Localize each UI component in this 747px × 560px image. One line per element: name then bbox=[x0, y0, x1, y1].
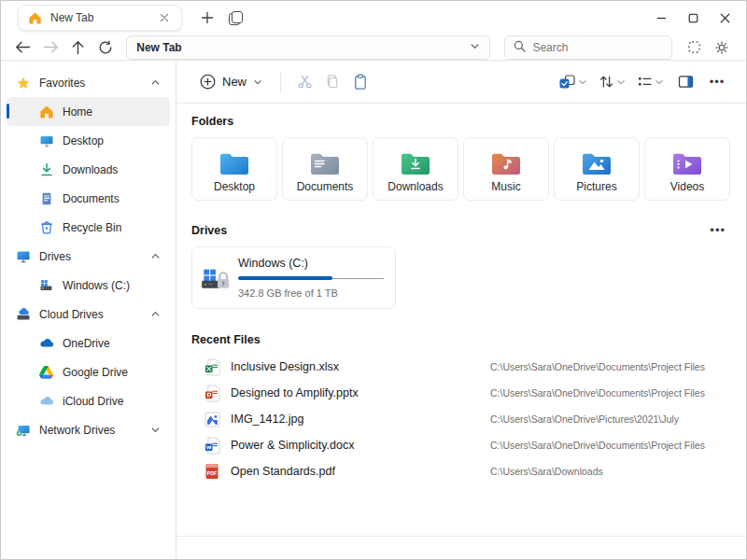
tab-overview-icon[interactable] bbox=[225, 6, 249, 30]
file-row-xlsx[interactable]: Inclusive Design.xlsx C:\Users\Sara\OneD… bbox=[191, 354, 731, 380]
document-icon bbox=[38, 190, 54, 206]
item-label: Documents bbox=[63, 192, 120, 205]
file-row-jpg[interactable]: IMG_1412.jpg C:\Users\Sara\OneDrive\Pict… bbox=[191, 406, 731, 432]
details-pane-button[interactable] bbox=[671, 68, 699, 96]
home-icon bbox=[27, 10, 43, 26]
folder-label: Desktop bbox=[214, 180, 255, 193]
tab-new-tab[interactable]: New Tab bbox=[18, 5, 182, 31]
cloud-drive-icon bbox=[15, 306, 31, 322]
tab-close-icon[interactable] bbox=[156, 9, 173, 26]
sidebar-item-google-drive[interactable]: Google Drive bbox=[7, 357, 170, 386]
videos-folder-icon bbox=[671, 150, 703, 176]
folder-card-pictures[interactable]: Pictures bbox=[554, 137, 640, 201]
ellipsis-icon: ••• bbox=[704, 75, 731, 89]
cut-button[interactable] bbox=[290, 68, 318, 96]
folder-label: Music bbox=[491, 180, 520, 193]
snip-selection-icon[interactable] bbox=[682, 35, 708, 60]
sidebar-section-drives[interactable]: Drives bbox=[7, 242, 170, 271]
panel-icon bbox=[678, 75, 694, 89]
sidebar-item-recycle-bin[interactable]: Recycle Bin bbox=[7, 213, 170, 242]
sort-button[interactable] bbox=[595, 68, 629, 96]
status-bar bbox=[176, 536, 746, 559]
desktop-folder-icon bbox=[218, 150, 250, 176]
sidebar-item-windows-c[interactable]: Windows (C:) bbox=[7, 271, 170, 300]
folder-card-videos[interactable]: Videos bbox=[644, 137, 730, 201]
forward-button[interactable] bbox=[38, 35, 64, 60]
file-row-docx[interactable]: Power & Simplicity.docx C:\Users\Sara\On… bbox=[191, 432, 731, 458]
maximize-button[interactable] bbox=[677, 4, 709, 32]
chevron-up-icon[interactable] bbox=[150, 251, 161, 261]
sidebar-section-cloud-drives[interactable]: Cloud Drives bbox=[7, 300, 170, 329]
drives-more-button[interactable]: ••• bbox=[704, 223, 731, 237]
section-label: Cloud Drives bbox=[39, 308, 104, 321]
copy-button[interactable] bbox=[318, 68, 346, 96]
sidebar-item-documents[interactable]: Documents bbox=[7, 184, 170, 213]
more-options-button[interactable]: ••• bbox=[703, 68, 731, 96]
chevron-down-icon bbox=[578, 77, 587, 87]
section-label: Network Drives bbox=[39, 424, 115, 437]
address-dropdown-icon[interactable] bbox=[470, 41, 480, 54]
file-name: IMG_1412.jpg bbox=[231, 413, 490, 426]
multiselect-button[interactable] bbox=[555, 68, 591, 96]
search-input[interactable]: Search bbox=[504, 35, 671, 60]
new-tab-button[interactable] bbox=[195, 6, 219, 30]
toolbar-separator bbox=[280, 72, 281, 92]
item-label: Downloads bbox=[63, 163, 118, 176]
folder-label: Videos bbox=[670, 180, 704, 193]
folder-label: Documents bbox=[297, 180, 354, 193]
monitor-icon bbox=[15, 248, 31, 264]
item-label: iCloud Drive bbox=[63, 395, 123, 408]
sidebar-section-favorites[interactable]: Favorites bbox=[7, 68, 170, 97]
folder-card-desktop[interactable]: Desktop bbox=[191, 137, 277, 201]
back-button[interactable] bbox=[10, 35, 36, 60]
view-button[interactable] bbox=[633, 68, 668, 96]
paste-button[interactable] bbox=[346, 68, 374, 96]
drives-title: Drives bbox=[191, 224, 227, 237]
sidebar-item-onedrive[interactable]: OneDrive bbox=[7, 329, 170, 357]
sidebar-item-home[interactable]: Home bbox=[7, 97, 170, 126]
sidebar-section-network-drives[interactable]: Network Drives bbox=[7, 415, 170, 444]
folder-card-music[interactable]: Music bbox=[463, 137, 549, 201]
content-area: Folders Desktop Documents Downloads bbox=[176, 104, 746, 536]
google-drive-icon bbox=[38, 364, 54, 380]
list-view-icon bbox=[637, 75, 653, 89]
sort-arrows-icon bbox=[599, 74, 614, 90]
sidebar-item-icloud-drive[interactable]: iCloud Drive bbox=[7, 386, 170, 415]
pdf-file-icon: PDF bbox=[204, 463, 220, 480]
documents-folder-icon bbox=[309, 150, 341, 176]
address-bar[interactable]: New Tab bbox=[126, 35, 490, 60]
refresh-button[interactable] bbox=[93, 35, 120, 60]
chevron-down-icon[interactable] bbox=[150, 425, 161, 435]
onedrive-icon bbox=[38, 335, 54, 351]
file-path: C:\Users\Sara\OneDrive\Pictures\2021\Jul… bbox=[490, 413, 679, 425]
chevron-up-icon[interactable] bbox=[150, 309, 161, 319]
folders-title: Folders bbox=[191, 115, 731, 128]
file-path: C:\Users\Sara\Downloads bbox=[490, 466, 603, 477]
sidebar-item-desktop[interactable]: Desktop bbox=[7, 126, 170, 155]
recycle-bin-icon bbox=[38, 219, 54, 235]
new-button[interactable]: New bbox=[191, 67, 271, 97]
chevron-down-icon bbox=[616, 77, 626, 87]
folder-label: Pictures bbox=[576, 180, 616, 193]
pictures-folder-icon bbox=[581, 150, 613, 176]
navigation-bar: New Tab Search bbox=[1, 35, 746, 61]
sidebar-item-downloads[interactable]: Downloads bbox=[7, 155, 170, 184]
drive-card-windows-c[interactable]: Windows (C:) 342.8 GB free of 1 TB bbox=[191, 246, 396, 309]
minimize-button[interactable] bbox=[645, 4, 677, 32]
up-button[interactable] bbox=[65, 35, 92, 60]
folder-card-downloads[interactable]: Downloads bbox=[373, 137, 458, 201]
chevron-up-icon[interactable] bbox=[150, 77, 161, 88]
file-path: C:\Users\Sara\OneDrive\Documents\Project… bbox=[490, 440, 705, 451]
item-label: OneDrive bbox=[63, 337, 110, 350]
drive-icon bbox=[38, 277, 54, 293]
item-label: Google Drive bbox=[63, 366, 128, 379]
plus-circle-icon bbox=[200, 74, 216, 90]
recent-files-section: Recent Files Inclusive Design.xlsx C:\Us… bbox=[191, 333, 731, 484]
close-button[interactable] bbox=[709, 4, 740, 32]
settings-gear-icon[interactable] bbox=[709, 35, 735, 60]
folder-card-documents[interactable]: Documents bbox=[282, 137, 368, 201]
file-row-pdf[interactable]: PDF Open Standards.pdf C:\Users\Sara\Dow… bbox=[191, 458, 731, 484]
sidebar: Favorites Home Desktop bbox=[1, 61, 176, 559]
file-row-pptx[interactable]: Designed to Amplify.pptx C:\Users\Sara\O… bbox=[191, 380, 731, 406]
folders-section: Folders Desktop Documents Downloads bbox=[191, 115, 731, 201]
